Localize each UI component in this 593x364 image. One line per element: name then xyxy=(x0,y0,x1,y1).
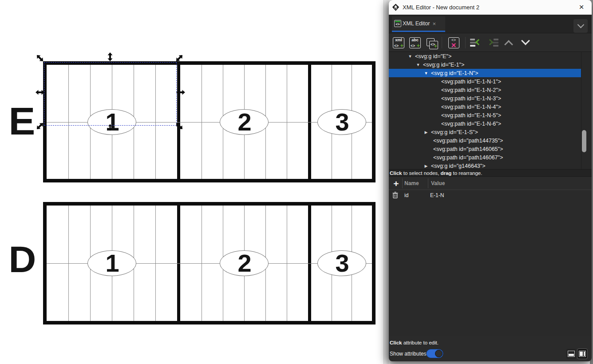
section-number: 2 xyxy=(237,251,250,276)
tree-node-label: <svg:g id="g146643"> xyxy=(431,163,486,169)
delete-attribute-icon[interactable] xyxy=(392,192,398,198)
chevron-down-icon xyxy=(521,36,530,45)
move-node-up-button[interactable] xyxy=(502,36,516,50)
expand-triangle-icon[interactable]: ▼ xyxy=(407,54,413,59)
tree-node[interactable]: <svg:path id="E-1-N-3"> xyxy=(389,94,581,103)
section-number-ellipse[interactable]: 2 xyxy=(220,250,269,276)
column-line xyxy=(68,206,69,321)
xml-editor-tab-icon: <> xyxy=(394,20,401,27)
close-icon[interactable]: × xyxy=(576,1,587,13)
show-attributes-toggle[interactable] xyxy=(426,349,443,358)
dialog-title: XML Editor - New document 2 xyxy=(403,4,479,11)
tree-scrollbar-thumb[interactable] xyxy=(582,130,586,152)
tree-node[interactable]: ▼<svg:g id="E"> xyxy=(389,52,581,60)
scale-handle-w[interactable] xyxy=(35,87,45,97)
tree-node[interactable]: <svg:path id="E-1-N-5"> xyxy=(389,111,581,119)
tree-node-label: <svg:path id="E-1-N-4"> xyxy=(441,104,501,110)
tree-node[interactable]: <svg:path id="E-1-N-1"> xyxy=(389,77,581,86)
add-attribute-button[interactable]: + xyxy=(391,178,402,189)
tree-node[interactable]: <svg:path id="path144735"> xyxy=(389,136,581,145)
scale-handle-s[interactable] xyxy=(107,124,114,131)
xml-node-tree[interactable]: ▼<svg:g id="E">▼<svg:g id="E-1">▼<svg:g … xyxy=(389,52,592,169)
row-label-E[interactable]: E xyxy=(8,102,35,141)
attribute-name[interactable]: id xyxy=(404,192,408,198)
tree-hint-text: Click to select nodes, drag to rearrange… xyxy=(389,169,592,177)
tree-node-label: <svg:path id="E-1-N-6"> xyxy=(441,121,501,127)
tree-node-selected[interactable]: ▼<svg:g id="E-1-N"> xyxy=(389,69,581,77)
panel-menu-button[interactable] xyxy=(573,19,588,33)
tree-node[interactable]: <svg:path id="E-1-N-4"> xyxy=(389,103,581,111)
tree-node-label: <svg:path id="E-1-N-3"> xyxy=(441,95,501,102)
row-label-D[interactable]: D xyxy=(8,241,36,278)
tree-node[interactable]: <svg:path id="path146065"> xyxy=(389,145,581,153)
scale-handle-n[interactable] xyxy=(105,52,115,62)
attribute-value[interactable]: E-1-N xyxy=(430,192,444,198)
attribute-row[interactable]: idE-1-N xyxy=(389,190,592,201)
collapsed-triangle-icon[interactable]: ▶ xyxy=(423,130,429,135)
tree-node[interactable]: ▶<svg:g id="g146643"> xyxy=(389,162,581,169)
column-line xyxy=(202,65,202,179)
tree-node[interactable]: <svg:path id="E-1-N-2"> xyxy=(389,86,581,94)
layout-horizontal-split-button[interactable] xyxy=(566,349,576,359)
new-text-node-button[interactable]: abc <> + xyxy=(408,36,422,50)
selection-marquee xyxy=(44,62,177,126)
tree-node-label: <svg:path id="path144735"> xyxy=(433,138,503,144)
attributes-list: idE-1-N xyxy=(389,190,592,336)
inkscape-canvas[interactable]: 123E123D xyxy=(0,0,389,364)
tree-node-label: <svg:path id="E-1-N-5"> xyxy=(441,112,501,119)
tab-label: XML Editor xyxy=(403,20,430,27)
duplicate-node-icon: <> + xyxy=(426,37,437,48)
tree-node-label: <svg:path id="path146065"> xyxy=(433,146,503,152)
indent-node-button[interactable] xyxy=(486,36,500,50)
screen: 123E123D XML Editor - New document 2 × <… xyxy=(0,0,593,364)
tree-node[interactable]: ▼<svg:g id="E-1"> xyxy=(389,60,581,69)
delete-node-button[interactable]: <> × xyxy=(447,36,461,50)
inkscape-logo-icon xyxy=(392,4,399,11)
section-number: 3 xyxy=(335,251,348,276)
new-element-node-button[interactable]: xml <> + xyxy=(391,36,406,50)
section-number: 3 xyxy=(335,110,348,135)
section-number-ellipse[interactable]: 3 xyxy=(317,109,366,135)
chevron-up-icon xyxy=(504,40,513,49)
tree-node-label: <svg:path id="path146067"> xyxy=(433,154,503,161)
section-number-ellipse[interactable]: 3 xyxy=(317,250,366,276)
canvas-scrollbar[interactable] xyxy=(383,0,389,364)
horizontal-split-icon xyxy=(568,351,575,357)
tree-scrollbar-track xyxy=(581,52,581,169)
drawing-row-D[interactable]: 123 xyxy=(43,202,376,324)
attribute-hint-text: Click attribute to edit. xyxy=(390,340,439,345)
tab-close-icon[interactable]: × xyxy=(432,20,436,27)
tree-node[interactable]: ▶<svg:g id="E-1-S"> xyxy=(389,128,581,136)
section-number-ellipse[interactable]: 2 xyxy=(220,109,269,135)
tree-node-label: <svg:g id="E-1"> xyxy=(423,62,464,68)
show-attributes-label: Show attributes xyxy=(390,351,427,357)
tab-xml-editor[interactable]: <> XML Editor × xyxy=(392,16,445,32)
section-number: 2 xyxy=(237,110,250,135)
delete-node-icon: <> × xyxy=(448,37,459,48)
unindent-node-button[interactable] xyxy=(469,36,483,50)
tree-node[interactable]: <svg:path id="E-1-N-6"> xyxy=(389,119,581,128)
attr-column-value: Value xyxy=(431,177,445,190)
collapsed-triangle-icon[interactable]: ▶ xyxy=(423,164,429,168)
expand-triangle-icon[interactable]: ▼ xyxy=(423,71,429,75)
attributes-header: + Name Value xyxy=(389,177,592,190)
tree-node-label: <svg:g id="E"> xyxy=(415,53,451,59)
duplicate-node-button[interactable]: <> + xyxy=(424,36,439,50)
vertical-split-icon xyxy=(579,351,586,357)
layout-vertical-split-button[interactable] xyxy=(577,349,587,359)
section-number-ellipse[interactable]: 1 xyxy=(87,250,136,276)
new-text-node-icon: abc <> + xyxy=(409,37,421,48)
xml-editor-dialog: XML Editor - New document 2 × <> XML Edi… xyxy=(389,0,592,361)
dialog-titlebar[interactable]: XML Editor - New document 2 × xyxy=(389,0,592,15)
scale-handle-e[interactable] xyxy=(176,87,186,97)
chevron-down-icon xyxy=(577,21,584,28)
tree-node-label: <svg:path id="E-1-N-1"> xyxy=(441,79,501,85)
move-node-down-button[interactable] xyxy=(518,36,533,50)
dialog-tabbar: <> XML Editor × xyxy=(389,15,592,33)
xml-toolbar: xml <> + abc <> + <> + xyxy=(389,33,592,52)
attr-column-name: Name xyxy=(404,177,419,190)
tree-node-label: <svg:g id="E-1-N"> xyxy=(431,70,478,76)
expand-triangle-icon[interactable]: ▼ xyxy=(415,63,421,67)
column-line xyxy=(287,65,287,179)
tree-node[interactable]: <svg:path id="path146067"> xyxy=(389,153,581,162)
